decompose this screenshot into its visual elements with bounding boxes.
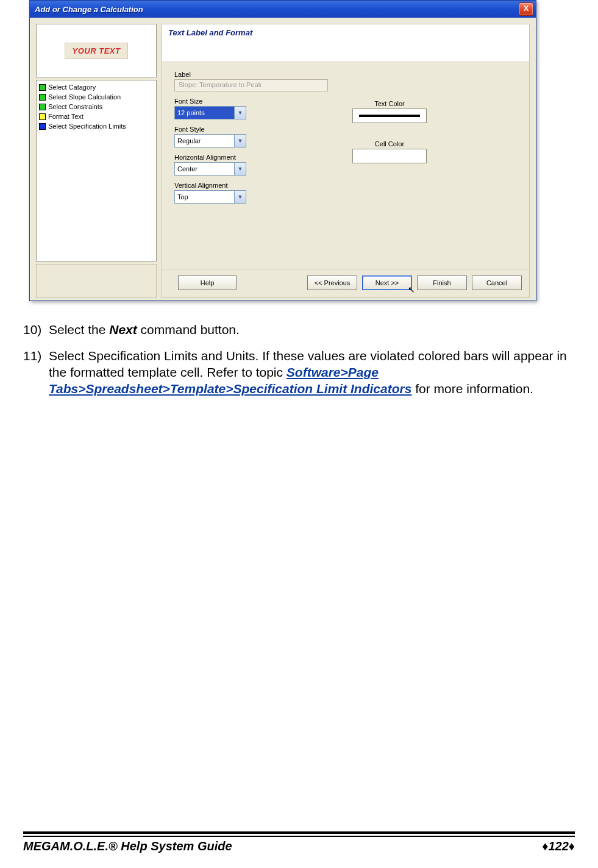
step-number: 10) [23, 322, 49, 338]
help-button[interactable]: Help [178, 276, 237, 290]
preview-area: YOUR TEXT [36, 24, 157, 77]
dialog-window: Add or Change a Calculation X YOUR TEXT … [29, 0, 536, 301]
valign-caption: Vertical Alignment [174, 182, 328, 189]
fontsize-caption: Font Size [174, 98, 328, 105]
textcolor-swatch[interactable] [352, 108, 427, 123]
page-number: ♦122♦ [542, 839, 575, 853]
next-button[interactable]: Next >> ↖ [362, 276, 412, 290]
list-item[interactable]: Format Text [38, 112, 155, 121]
cellcolor-caption: Cell Color [352, 140, 427, 148]
fontsize-select[interactable]: 12 points ▼ [174, 106, 246, 119]
close-icon[interactable]: X [519, 2, 533, 16]
footer-title: MEGAM.O.L.E.® Help System Guide [23, 839, 232, 853]
instruction-item: 10) Select the Next command button. [23, 322, 575, 338]
spacer-panel [36, 264, 157, 298]
wizard-step-list: Select Catagory Select Slope Calculation… [36, 80, 157, 261]
halign-caption: Horizontal Alignment [174, 154, 328, 161]
titlebar: Add or Change a Calculation X [30, 1, 536, 18]
previous-button[interactable]: << Previous [307, 276, 357, 290]
list-item[interactable]: Select Catagory [38, 82, 155, 92]
chevron-down-icon: ▼ [234, 135, 246, 147]
step-text: Select the Next command button. [49, 322, 240, 338]
step-text: Select Specification Limits and Units. I… [49, 348, 575, 397]
halign-select[interactable]: Center ▼ [174, 162, 246, 176]
cellcolor-swatch[interactable] [352, 149, 427, 163]
instruction-list: 10) Select the Next command button. 11) … [23, 322, 575, 397]
list-item[interactable]: Select Specification Limits [38, 121, 155, 131]
cancel-button[interactable]: Cancel [472, 276, 522, 290]
step-number: 11) [23, 348, 49, 397]
chevron-down-icon: ▼ [234, 163, 246, 175]
panel-title: Text Label and Format [162, 24, 529, 62]
cursor-icon: ↖ [408, 285, 415, 294]
list-item[interactable]: Select Slope Calculation [38, 92, 155, 102]
list-item[interactable]: Select Constraints [38, 102, 155, 112]
chevron-down-icon: ▼ [234, 107, 246, 119]
instruction-item: 11) Select Specification Limits and Unit… [23, 348, 575, 397]
label-input[interactable]: Slope: Temperature to Peak [174, 79, 328, 91]
fontstyle-select[interactable]: Regular ▼ [174, 134, 246, 148]
button-row: Help << Previous Next >> ↖ Finish Cancel [162, 269, 529, 297]
valign-select[interactable]: Top ▼ [174, 190, 246, 204]
page-footer: MEGAM.O.L.E.® Help System Guide ♦122♦ [23, 831, 575, 853]
window-title: Add or Change a Calculation [35, 5, 143, 14]
textcolor-caption: Text Color [352, 100, 427, 107]
preview-text: YOUR TEXT [65, 43, 129, 59]
chevron-down-icon: ▼ [234, 191, 246, 203]
finish-button[interactable]: Finish [417, 276, 467, 290]
fontstyle-caption: Font Style [174, 126, 328, 133]
label-caption: Label [174, 71, 328, 78]
